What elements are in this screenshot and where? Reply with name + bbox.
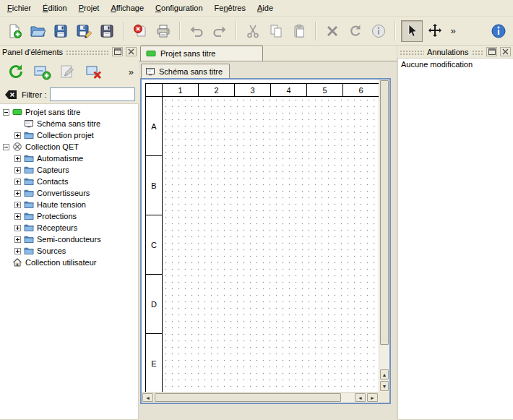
delete-element-icon (85, 62, 103, 81)
panel-toolbar-overflow-button[interactable]: » (129, 67, 134, 77)
expand-expander-icon[interactable] (14, 190, 21, 197)
menu-configuration[interactable]: Configuration (150, 0, 208, 16)
new-document-button[interactable] (4, 20, 25, 42)
selection-tool-button[interactable] (401, 20, 423, 42)
new-element-button[interactable] (31, 61, 53, 82)
close-dock-button[interactable] (126, 47, 137, 56)
tree-item-sources[interactable]: Sources (0, 245, 138, 257)
project-tab-bar: Projet sans titre (139, 46, 397, 61)
tree-item-collection-utilisateur[interactable]: Collection utilisateur (0, 257, 138, 268)
tree-item-automatisme[interactable]: Automatisme (0, 153, 138, 164)
tree-item-contacts[interactable]: Contacts (0, 176, 138, 187)
schema-view-frame: 1 2 3 4 5 6 A B C (140, 78, 391, 404)
scroll-up-button[interactable]: ▲ (380, 369, 389, 380)
printer-icon (155, 23, 171, 39)
scroll-down-button[interactable]: ▼ (380, 381, 389, 391)
save-all-button[interactable] (96, 20, 118, 42)
expand-expander-icon[interactable] (14, 155, 21, 162)
delete-button[interactable] (322, 20, 343, 42)
save-button[interactable] (50, 20, 72, 42)
scroll-left-button[interactable]: ◄ (142, 393, 153, 402)
tree-item-protections[interactable]: Protections (0, 210, 138, 222)
about-button[interactable] (488, 20, 509, 42)
tree-item-projet-sans-titre[interactable]: Projet sans titre (0, 106, 138, 118)
tab-projet-sans-titre[interactable]: Projet sans titre (140, 46, 263, 61)
float-dock-button[interactable] (486, 47, 497, 56)
tree-item-convertisseurs[interactable]: Convertisseurs (0, 187, 138, 199)
close-dock-button[interactable] (500, 47, 511, 56)
open-project-button[interactable] (27, 20, 48, 42)
row-header: C (145, 215, 163, 275)
scroll-right-button[interactable]: ► (367, 393, 378, 402)
undo-dock-titlebar[interactable]: Annulations (397, 46, 513, 58)
schema-canvas[interactable]: 1 2 3 4 5 6 A B C (142, 80, 379, 392)
menu-fichier[interactable]: Fichier (1, 0, 37, 16)
undo-button[interactable] (186, 20, 207, 42)
folder-icon (24, 200, 34, 210)
undo-list-item[interactable]: Aucune modification (398, 59, 513, 70)
menu-projet[interactable]: Projet (73, 0, 105, 16)
rotate-button[interactable] (345, 20, 366, 42)
scroll-up-icon: ▲ (382, 372, 387, 377)
menu-aide[interactable]: Aide (251, 0, 279, 16)
expand-expander-icon[interactable] (14, 236, 21, 243)
paste-icon (291, 23, 307, 39)
tree-item-collection-projet[interactable]: Collection projet (0, 129, 138, 141)
horizontal-scrollbar-track[interactable] (342, 393, 354, 403)
print-button[interactable] (152, 20, 174, 42)
menu-edition[interactable]: Édition (37, 0, 73, 16)
column-header: 5 (307, 83, 343, 97)
schema-icon (145, 67, 155, 77)
tree-item-recepteurs[interactable]: Récepteurs (0, 222, 138, 233)
column-header: 3 (235, 83, 271, 97)
clear-filter-button[interactable] (4, 87, 18, 102)
grid-dots-area[interactable] (163, 97, 379, 392)
clear-filter-icon (4, 87, 18, 102)
header-corner-cell (145, 83, 163, 97)
vertical-scrollbar-track[interactable] (379, 346, 389, 369)
tree-item-schema-sans-titre[interactable]: Schéma sans titre (0, 118, 138, 129)
vertical-scrollbar-thumb[interactable] (380, 80, 389, 345)
horizontal-scrollbar-thumb[interactable] (155, 393, 341, 402)
collapse-expander-icon[interactable] (3, 144, 9, 150)
scroll-right-icon: ► (370, 395, 375, 400)
menu-fenetres[interactable]: Fenêtres (209, 0, 251, 16)
expand-expander-icon[interactable] (14, 167, 21, 173)
delete-element-button[interactable] (83, 61, 105, 82)
information-button[interactable] (368, 20, 389, 42)
tree-item-capteurs[interactable]: Capteurs (0, 164, 138, 176)
paste-button[interactable] (288, 20, 310, 42)
tab-schema-sans-titre[interactable]: Schéma sans titre (141, 64, 230, 78)
tree-item-semi-conducteurs[interactable]: Semi-conducteurs (0, 233, 138, 245)
save-as-button[interactable] (73, 20, 95, 42)
reload-collections-button[interactable] (5, 61, 27, 82)
edit-element-button[interactable] (57, 61, 79, 82)
copy-button[interactable] (265, 20, 287, 42)
expand-expander-icon[interactable] (14, 179, 21, 185)
expand-expander-icon[interactable] (14, 132, 21, 139)
expand-expander-icon[interactable] (14, 225, 21, 231)
dock-grip[interactable] (66, 49, 109, 55)
menubar: Fichier Édition Projet Affichage Configu… (0, 0, 513, 17)
expand-expander-icon[interactable] (14, 213, 21, 220)
horizontal-scrollbar[interactable]: ◄ ◄ ► (142, 392, 379, 403)
dock-grip[interactable] (472, 49, 484, 55)
dock-grip[interactable] (400, 49, 424, 55)
expand-expander-icon[interactable] (14, 248, 21, 254)
tree-item-haute-tension[interactable]: Haute tension (0, 199, 138, 210)
elements-panel-titlebar[interactable]: Panel d'éléments (0, 46, 139, 58)
vertical-scrollbar[interactable]: ▲ ▼ (379, 80, 389, 392)
menu-affichage[interactable]: Affichage (105, 0, 150, 16)
float-dock-button[interactable] (112, 47, 123, 56)
expand-expander-icon[interactable] (14, 202, 21, 208)
tree-item-collection-qet[interactable]: Collection QET (0, 141, 138, 153)
scroll-left-button-2[interactable]: ◄ (355, 393, 366, 402)
pan-tool-button[interactable] (424, 20, 446, 42)
filter-input[interactable] (50, 87, 135, 101)
close-project-button[interactable] (129, 20, 151, 42)
paper-body: A B C D E (145, 97, 379, 392)
redo-button[interactable] (209, 20, 230, 42)
collapse-expander-icon[interactable] (3, 109, 9, 116)
cut-button[interactable] (242, 20, 264, 42)
toolbar-overflow-button[interactable]: » (447, 25, 459, 36)
